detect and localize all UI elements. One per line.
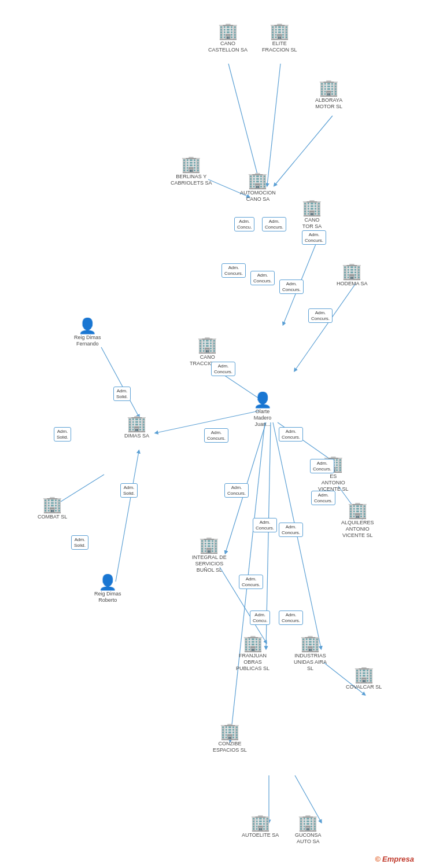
node-label: CANOCASTELLON SA bbox=[208, 41, 248, 53]
badge-adm-concurs-13[interactable]: Adm.Concurs. bbox=[310, 459, 334, 473]
svg-line-15 bbox=[116, 451, 139, 582]
node-label: CANOTOR SA bbox=[302, 217, 322, 230]
node-industrias-unidas[interactable]: 🏢 INDUSTRIASUNIDAS AIRASL bbox=[294, 635, 327, 671]
badge-adm-concurs-14[interactable]: Adm.Concurs. bbox=[311, 491, 335, 505]
badge-adm-solid-4[interactable]: Adm.Solid. bbox=[71, 535, 88, 550]
node-label: Reig DimasFernando bbox=[74, 334, 101, 347]
node-label: AUTOELITE SA bbox=[242, 832, 279, 838]
node-label: FRANJUANOBRASPUBLICAS SL bbox=[236, 653, 269, 671]
node-reig-dimas-roberto[interactable]: 👤 Reig DimasRoberto bbox=[94, 575, 121, 604]
badge-adm-solid-1[interactable]: Adm.Solid. bbox=[113, 387, 131, 401]
building-icon: 🏢 bbox=[250, 815, 271, 831]
node-franjuan-obras[interactable]: 🏢 FRANJUANOBRASPUBLICAS SL bbox=[236, 635, 269, 671]
building-icon: 🏢 bbox=[243, 635, 263, 652]
node-label: ALBORAYAMOTOR SL bbox=[315, 97, 342, 110]
node-label: ELITEFRACCION SL bbox=[262, 41, 297, 53]
building-icon: 🏢 bbox=[248, 172, 268, 189]
node-hodema[interactable]: 🏢 HODEMA SA bbox=[337, 263, 368, 287]
badge-adm-concurs-2[interactable]: Adm.Concurs. bbox=[302, 230, 326, 245]
badge-adm-concurs-11[interactable]: Adm.Concurs. bbox=[253, 518, 277, 532]
badge-adm-concurs-3[interactable]: Adm.Concurs. bbox=[221, 263, 246, 278]
node-alboraya-motor[interactable]: 🏢 ALBORAYAMOTOR SL bbox=[315, 80, 342, 110]
building-icon: 🏢 bbox=[181, 156, 201, 172]
building-icon: 🏢 bbox=[42, 496, 62, 513]
building-icon: 🏢 bbox=[197, 337, 217, 353]
badge-adm-concurs-6[interactable]: Adm.Concurs. bbox=[308, 308, 333, 323]
node-label: GUCONSAAUTO SA bbox=[295, 832, 322, 845]
node-reig-dimas-fernando[interactable]: 👤 Reig DimasFernando bbox=[74, 318, 101, 347]
badge-adm-concurs-4[interactable]: Adm.Concurs. bbox=[250, 271, 275, 285]
node-olarte-madero[interactable]: 👤 OlarteMaderoJuan... bbox=[253, 392, 272, 427]
badge-adm-concurs-16[interactable]: Adm.Concurs. bbox=[279, 610, 303, 625]
graph-container: 🏢 CANOCASTELLON SA 🏢 ELITEFRACCION SL 🏢 … bbox=[0, 0, 421, 868]
badge-adm-concurs-5[interactable]: Adm.Concurs. bbox=[279, 279, 304, 294]
node-berlinas-cabrio[interactable]: 🏢 BERLINAS YCABRIOLETS SA bbox=[171, 156, 212, 186]
building-icon: 🏢 bbox=[354, 667, 374, 683]
building-icon: 🏢 bbox=[220, 723, 240, 740]
node-label: DIMAS SA bbox=[124, 433, 149, 439]
badge-adm-concurs-9[interactable]: Adm.Concurs. bbox=[279, 427, 303, 442]
node-covalcar[interactable]: 🏢 COVALCAR SL bbox=[346, 667, 382, 690]
badge-adm-concurs-7[interactable]: Adm.Concurs. bbox=[211, 362, 235, 376]
node-combat-sl[interactable]: 🏢 COMBAT SL bbox=[38, 496, 67, 520]
watermark-logo: © bbox=[375, 855, 381, 863]
node-conzibe-espacios[interactable]: 🏢 CONZIBEESPACIOS SL bbox=[213, 723, 247, 753]
node-automocion-cano[interactable]: 🏢 AUTOMOCIONCANO SA bbox=[240, 172, 276, 203]
badge-adm-concurs-15[interactable]: Adm.Concurs. bbox=[239, 575, 263, 589]
person-icon: 👤 bbox=[98, 575, 117, 590]
badge-adm-concurs-8[interactable]: Adm.Concurs. bbox=[204, 428, 228, 443]
node-alquileres-antonio[interactable]: 🏢 ALQUILERESANTONIOVICENTE SL bbox=[341, 502, 374, 538]
building-icon: 🏢 bbox=[302, 200, 322, 216]
node-label: INDUSTRIASUNIDAS AIRASL bbox=[294, 653, 327, 671]
node-label: CONZIBEESPACIOS SL bbox=[213, 741, 247, 753]
svg-line-4 bbox=[275, 116, 333, 185]
building-icon: 🏢 bbox=[199, 537, 219, 553]
node-label: Reig DimasRoberto bbox=[94, 591, 121, 604]
badge-adm-concurs-1[interactable]: Adm.Concurs. bbox=[262, 217, 286, 231]
node-label: AUTOMOCIONCANO SA bbox=[240, 190, 276, 203]
node-label: BERLINAS YCABRIOLETS SA bbox=[171, 174, 212, 186]
node-dimas-sa[interactable]: 🏢 DIMAS SA bbox=[124, 415, 149, 439]
node-cano-tor[interactable]: 🏢 CANOTOR SA bbox=[302, 200, 322, 230]
svg-line-2 bbox=[228, 64, 260, 185]
person-icon: 👤 bbox=[253, 392, 272, 407]
watermark-text: Empresa bbox=[382, 855, 414, 863]
node-cano-castellon[interactable]: 🏢 CANOCASTELLON SA bbox=[208, 23, 248, 53]
svg-line-7 bbox=[101, 347, 139, 417]
building-icon: 🏢 bbox=[319, 80, 339, 96]
building-icon: 🏢 bbox=[298, 815, 318, 831]
node-autoelite[interactable]: 🏢 AUTOELITE SA bbox=[242, 815, 279, 838]
badge-adm-concurs-12[interactable]: Adm.Concurs. bbox=[279, 523, 303, 537]
building-icon: 🏢 bbox=[300, 635, 320, 652]
node-label: COVALCAR SL bbox=[346, 684, 382, 690]
node-label: OlarteMaderoJuan... bbox=[254, 409, 272, 427]
badge-adm-concurs-10[interactable]: Adm.Concurs. bbox=[224, 483, 249, 498]
badge-adm-concu-1[interactable]: Adm.Concu. bbox=[234, 217, 254, 231]
badge-adm-solid-3[interactable]: Adm.Solid. bbox=[120, 483, 138, 498]
node-label: ESANTONIOVICENTE SL bbox=[318, 473, 349, 492]
node-label: INTEGRAL DESERVICIOSBUÑOL SL bbox=[192, 554, 227, 573]
building-icon: 🏢 bbox=[218, 23, 238, 39]
building-icon: 🏢 bbox=[348, 502, 368, 518]
node-elite-fraccion[interactable]: 🏢 ELITEFRACCION SL bbox=[262, 23, 297, 53]
badge-adm-solid-2[interactable]: Adm.Solid. bbox=[54, 427, 71, 442]
node-label: COMBAT SL bbox=[38, 514, 67, 520]
svg-line-21 bbox=[295, 284, 356, 370]
building-icon: 🏢 bbox=[269, 23, 290, 39]
node-label: HODEMA SA bbox=[337, 281, 368, 287]
watermark: © Empresa bbox=[375, 855, 414, 863]
building-icon: 🏢 bbox=[342, 263, 362, 279]
building-icon-orange: 🏢 bbox=[127, 415, 147, 432]
svg-line-3 bbox=[267, 64, 280, 185]
badge-adm-concu-2[interactable]: Adm.Concu. bbox=[250, 610, 270, 625]
node-label: ALQUILERESANTONIOVICENTE SL bbox=[341, 520, 374, 538]
node-integral-servicios[interactable]: 🏢 INTEGRAL DESERVICIOSBUÑOL SL bbox=[192, 537, 227, 573]
person-icon: 👤 bbox=[78, 318, 97, 333]
node-guconsa-auto[interactable]: 🏢 GUCONSAAUTO SA bbox=[295, 815, 322, 845]
